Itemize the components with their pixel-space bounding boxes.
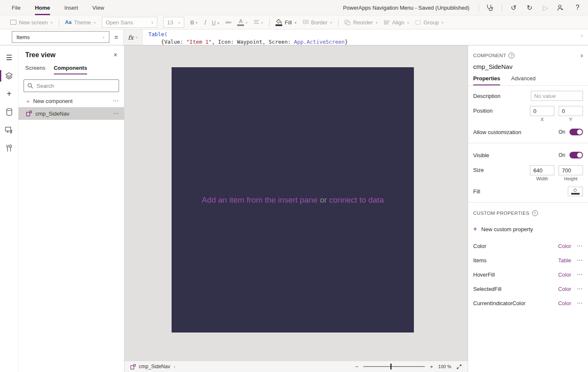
new-component-row[interactable]: + New component ···	[19, 95, 124, 107]
share-person-icon[interactable]	[557, 4, 566, 11]
zoom-slider-handle[interactable]	[390, 364, 392, 369]
media-button[interactable]	[0, 121, 18, 139]
advanced-tools-button[interactable]	[0, 139, 18, 157]
allow-customization-toggle[interactable]	[569, 129, 583, 135]
theme-button[interactable]: Aa Theme ∨	[65, 19, 96, 26]
tab-properties[interactable]: Properties	[473, 75, 500, 85]
redo-icon[interactable]: ↻	[525, 4, 534, 12]
more-options-icon[interactable]: ···	[113, 111, 119, 116]
custom-property-type-link[interactable]: Table	[558, 257, 571, 264]
new-screen-button[interactable]: New screen ∨	[10, 19, 53, 26]
paint-bucket-icon	[275, 19, 282, 26]
hamburger-menu-button[interactable]: ☰	[0, 49, 18, 67]
app-checker-icon[interactable]	[486, 4, 495, 11]
zoom-slider[interactable]	[363, 366, 425, 367]
custom-property-row[interactable]: CurrentIndicatorColor Color ···	[473, 296, 583, 310]
fill-color-button[interactable]	[568, 187, 583, 196]
menu-home[interactable]: Home	[35, 0, 50, 15]
close-icon[interactable]: ×	[114, 51, 117, 59]
formula-bar: Items ∨ = fx ∨ Table( {Value: "Item 1", …	[0, 29, 588, 45]
custom-property-row[interactable]: SelectedFill Color ···	[473, 282, 583, 296]
new-screen-label: New screen	[19, 19, 48, 26]
fx-dropdown-button[interactable]: fx ∨	[123, 29, 143, 45]
status-component-selector[interactable]: cmp_SideNav ∨	[130, 364, 176, 369]
component-kicker-label: COMPONENT	[473, 53, 506, 58]
text-align-button[interactable]: ∨	[254, 20, 263, 25]
menu-view[interactable]: View	[93, 0, 104, 15]
visible-toggle[interactable]	[569, 152, 583, 158]
font-family-dropdown[interactable]: Open Sans ∨	[102, 17, 157, 28]
collapse-panel-icon[interactable]: ›	[580, 51, 583, 60]
play-preview-icon[interactable]: ▷	[541, 4, 550, 12]
fill-button[interactable]: Fill ∨	[275, 19, 297, 26]
menu-insert[interactable]: Insert	[64, 0, 78, 15]
component-artboard[interactable]: Add an item from the insert pane or conn…	[172, 67, 414, 332]
new-custom-property-button[interactable]: + New custom property	[473, 225, 583, 233]
strikethrough-icon: abc	[225, 20, 232, 24]
align-button[interactable]: Align ∨	[384, 19, 409, 26]
custom-property-row[interactable]: Items Table ···	[473, 253, 583, 267]
help-icon[interactable]: ?	[573, 4, 582, 11]
database-icon	[6, 108, 13, 116]
more-options-icon[interactable]: ···	[577, 286, 583, 291]
zoom-in-button[interactable]: +	[430, 364, 433, 370]
position-x-input[interactable]	[530, 106, 554, 116]
width-input[interactable]	[530, 165, 554, 175]
strikethrough-button[interactable]: abc	[225, 20, 232, 24]
more-options-icon[interactable]: ···	[113, 98, 119, 103]
data-sources-button[interactable]	[0, 103, 18, 121]
fill-row: Fill	[473, 186, 583, 196]
custom-property-row[interactable]: Color Color ···	[473, 239, 583, 253]
group-button[interactable]: Group ∨	[415, 19, 444, 26]
search-icon	[27, 83, 33, 89]
tree-search	[24, 79, 119, 92]
fx-icon: fx	[128, 34, 133, 41]
formula-editor[interactable]: Table( {Value: "Item 1", Icon: Waypoint,…	[143, 29, 588, 45]
font-size-dropdown[interactable]: 13 ∨	[163, 17, 184, 28]
tab-advanced[interactable]: Advanced	[511, 75, 535, 85]
custom-property-type-link[interactable]: Color	[558, 243, 571, 249]
help-circle-icon[interactable]: ?	[509, 53, 514, 58]
bold-button[interactable]: B ∨	[190, 19, 198, 26]
font-color-button[interactable]: A ∨	[237, 18, 248, 26]
border-button[interactable]: Border ∨	[303, 19, 333, 26]
connect-to-data-link[interactable]: connect to data	[329, 195, 384, 204]
divider	[338, 18, 339, 26]
custom-property-type-link[interactable]: Color	[558, 272, 571, 278]
property-selector-dropdown[interactable]: Items ∨	[12, 31, 109, 43]
more-options-icon[interactable]: ···	[577, 243, 583, 248]
custom-property-type-link[interactable]: Color	[558, 286, 571, 292]
chevron-down-icon: ∨	[102, 35, 105, 38]
insert-pane-link[interactable]: Add an item from the insert pane	[201, 195, 318, 204]
reorder-button[interactable]: Reorder ∨	[344, 19, 378, 26]
italic-button[interactable]: I	[204, 19, 206, 26]
width-label: Width	[536, 176, 548, 181]
custom-property-row[interactable]: HoverFill Color ···	[473, 267, 583, 282]
formula-line1: Table(	[148, 31, 167, 37]
underline-button[interactable]: U ∨	[212, 19, 220, 26]
height-input[interactable]	[559, 165, 583, 175]
help-circle-icon[interactable]: ?	[532, 210, 538, 216]
more-options-icon[interactable]: ···	[577, 258, 583, 263]
search-input[interactable]	[37, 83, 115, 89]
more-options-icon[interactable]: ···	[577, 301, 583, 306]
tab-components[interactable]: Components	[54, 65, 87, 74]
custom-property-type-link[interactable]: Color	[558, 300, 571, 306]
align-label: Align	[392, 19, 404, 26]
description-input[interactable]	[531, 91, 583, 101]
formula-expand-chevron[interactable]: ∨	[580, 34, 583, 37]
position-y-input[interactable]	[559, 106, 583, 116]
zoom-out-button[interactable]: −	[355, 364, 359, 370]
insert-button[interactable]: +	[0, 85, 18, 103]
selected-component-name: cmp_SideNav	[473, 63, 583, 70]
more-options-icon[interactable]: ···	[577, 272, 583, 277]
tab-screens[interactable]: Screens	[25, 65, 45, 74]
tree-view-button[interactable]	[0, 67, 18, 85]
y-axis-label: Y	[569, 117, 572, 122]
custom-property-name: Items	[473, 257, 487, 264]
fit-to-window-icon[interactable]	[456, 364, 462, 369]
undo-icon[interactable]: ↺	[509, 4, 518, 12]
chevron-down-icon: ∨	[135, 36, 138, 39]
component-row-cmp-sidenav[interactable]: cmp_SideNav ···	[19, 107, 124, 120]
menu-file[interactable]: File	[12, 0, 21, 15]
